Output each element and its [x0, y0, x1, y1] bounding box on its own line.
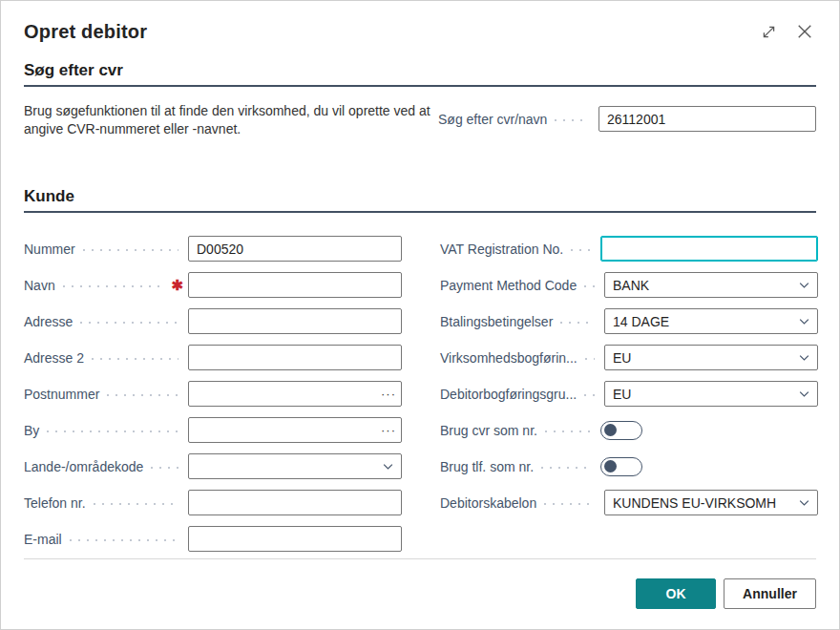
chevron-down-icon — [798, 279, 810, 291]
required-asterisk: ✱ — [171, 278, 183, 292]
dropdown-value: BANK — [613, 278, 649, 293]
toggle-knob — [604, 424, 617, 436]
chevron-down-icon — [798, 388, 810, 400]
field-label: Brug cvr som nr. — [440, 423, 537, 438]
dotted-leader — [560, 322, 595, 324]
chevron-down-icon — [798, 315, 810, 327]
toggle-knob — [604, 460, 617, 472]
sog-efter-cvr-navn-input[interactable] — [598, 106, 816, 132]
close-icon — [797, 24, 812, 39]
expand-button[interactable] — [759, 22, 778, 41]
dotted-leader — [584, 285, 595, 287]
dropdown-value: EU — [613, 387, 631, 402]
dotted-leader — [585, 358, 595, 360]
dropdown-value: 14 DAGE — [613, 314, 669, 329]
field-row-payment-method-code: Payment Method Code BANK — [440, 272, 818, 298]
section-heading-kunde: Kunde — [24, 186, 816, 213]
field-label: Adresse 2 — [24, 350, 84, 366]
field-label: E-mail — [24, 532, 62, 547]
dotted-leader — [47, 430, 178, 432]
dotted-leader — [151, 467, 178, 469]
postnummer-lookup-button[interactable]: ··· — [376, 382, 401, 406]
field-row-brug-tlf-som-nr: Brug tlf. som nr. — [440, 453, 818, 479]
toggle-area — [600, 421, 818, 440]
dotted-leader — [541, 467, 591, 469]
postnummer-input[interactable] — [188, 381, 402, 407]
btalingsbetingelser-dropdown[interactable]: 14 DAGE — [604, 308, 818, 334]
field-row-vat-registration-no: VAT Registration No. — [440, 236, 818, 262]
field-label: Virksomhedsbogførin... — [440, 350, 578, 366]
navn-input[interactable] — [188, 272, 402, 298]
dotted-leader — [92, 358, 178, 360]
field-label: Brug tlf. som nr. — [440, 459, 534, 474]
postnummer-lookup-field: ··· — [188, 381, 402, 407]
field-label: Btalingsbetingelser — [440, 314, 553, 329]
chevron-down-icon — [798, 496, 810, 509]
field-label: By — [24, 423, 39, 438]
field-label: Lande-/områdekode — [24, 459, 143, 474]
field-label: VAT Registration No. — [440, 242, 563, 257]
nummer-input[interactable] — [188, 236, 402, 262]
field-row-debitorbogforingsgruppe: Debitorbogføringsgru... EU — [440, 381, 818, 407]
payment-method-code-dropdown[interactable]: BANK — [604, 272, 818, 298]
create-debtor-dialog: Opret debitor — [0, 0, 840, 630]
field-label: Nummer — [24, 242, 75, 257]
field-row-navn: Navn ✱ — [24, 272, 402, 298]
field-row-nummer: Nummer — [24, 236, 402, 262]
field-row-brug-cvr-som-nr: Brug cvr som nr. — [440, 417, 818, 443]
field-label: Debitorskabelon — [440, 495, 536, 511]
by-lookup-button[interactable]: ··· — [376, 418, 401, 442]
window-controls — [759, 22, 814, 41]
field-label: Debitorbogføringsgru... — [440, 387, 577, 402]
dotted-leader — [94, 503, 178, 505]
sog-section-content: Brug søgefunktionen til at finde den vir… — [24, 102, 816, 138]
field-label: Adresse — [24, 314, 73, 329]
cancel-button[interactable]: Annuller — [724, 578, 816, 609]
field-row-btalingsbetingelser: Btalingsbetingelser 14 DAGE — [440, 308, 818, 334]
dropdown-value: EU — [613, 350, 631, 366]
dotted-leader — [80, 322, 178, 324]
debitorskabelon-dropdown[interactable]: KUNDENS EU-VIRKSOMH — [604, 490, 818, 515]
debitorbogforingsgruppe-dropdown[interactable]: EU — [604, 381, 818, 407]
adresse-2-input[interactable] — [188, 345, 402, 370]
ok-button[interactable]: OK — [636, 578, 716, 609]
toggle-area — [600, 457, 818, 476]
dotted-leader — [70, 539, 178, 541]
chevron-down-icon — [382, 460, 394, 472]
dotted-leader — [83, 249, 178, 251]
brug-tlf-som-nr-toggle[interactable] — [600, 457, 642, 476]
section-heading-sog-efter-cvr: Søg efter cvr — [24, 60, 816, 87]
dotted-leader — [555, 119, 589, 121]
field-label: Søg efter cvr/navn — [438, 112, 547, 127]
field-row-sog-efter-cvr-navn: Søg efter cvr/navn — [438, 106, 816, 132]
field-row-postnummer: Postnummer ··· — [24, 381, 402, 407]
virksomhedsbogforingsgruppe-dropdown[interactable]: EU — [604, 345, 818, 370]
field-row-adresse-2: Adresse 2 — [24, 345, 402, 370]
field-label: Payment Method Code — [440, 278, 577, 293]
dropdown-value: KUNDENS EU-VIRKSOMH — [613, 495, 776, 511]
field-row-lande-omraadekode: Lande-/områdekode — [24, 453, 402, 479]
close-button[interactable] — [795, 22, 814, 41]
field-row-e-mail: E-mail — [24, 526, 402, 552]
field-label: Telefon nr. — [24, 495, 86, 511]
e-mail-input[interactable] — [188, 526, 402, 552]
dotted-leader — [63, 285, 162, 287]
adresse-input[interactable] — [188, 308, 402, 334]
telefon-nr-input[interactable] — [188, 490, 402, 515]
field-label: Postnummer — [24, 387, 99, 402]
by-lookup-field: ··· — [188, 417, 402, 443]
field-row-debitorskabelon: Debitorskabelon KUNDENS EU-VIRKSOMH — [440, 490, 818, 515]
brug-cvr-som-nr-toggle[interactable] — [600, 421, 642, 440]
dotted-leader — [107, 394, 178, 396]
kunde-fields-grid: Nummer VAT Registration No. Navn ✱ Payme… — [24, 236, 816, 552]
lande-omraadekode-dropdown[interactable] — [188, 453, 402, 479]
dialog-header: Opret debitor — [24, 1, 816, 45]
field-row-telefon-nr: Telefon nr. — [24, 490, 402, 515]
dotted-leader — [544, 503, 595, 505]
vat-registration-no-input[interactable] — [600, 236, 818, 262]
sog-description: Brug søgefunktionen til at finde den vir… — [24, 102, 436, 138]
field-label: Navn — [24, 278, 55, 293]
dotted-leader — [584, 394, 595, 396]
by-input[interactable] — [188, 417, 402, 443]
field-row-by: By ··· — [24, 417, 402, 443]
